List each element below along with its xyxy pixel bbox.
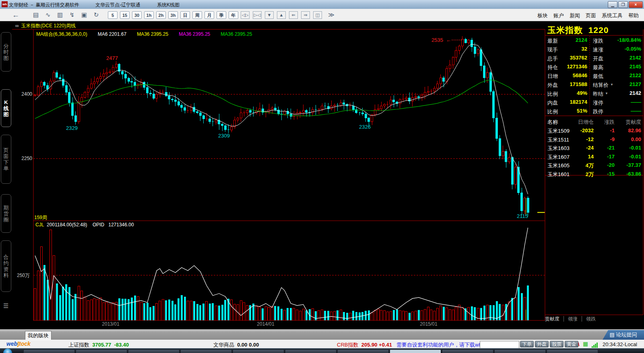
code-input[interactable] [480, 341, 519, 349]
period-button-周[interactable]: 周 [192, 11, 202, 19]
contrib-row-玉米1509[interactable]: 玉米1509-2032-182.96 [546, 127, 643, 135]
statusbar-button-外盘[interactable]: 外盘 [535, 341, 549, 347]
taskbar-button[interactable] [494, 349, 546, 353]
taskbar-button[interactable] [390, 349, 441, 353]
bar-chart-icon[interactable]: ▥ [56, 10, 64, 19]
list-icon[interactable]: ▤ [31, 10, 40, 19]
annotation-2326: 2326 [359, 124, 371, 130]
period-button-1h[interactable]: 1h [144, 11, 154, 19]
quote-row-外盘: 外盘171588结算价▼2127 [546, 80, 643, 89]
menu-板块[interactable]: 板块 [537, 12, 548, 19]
compress-horizontal-icon[interactable]: ▷◁ [253, 11, 262, 19]
cjl-value: 2001184.00(52:48) [47, 222, 87, 228]
contrib-row-玉米1605[interactable]: 玉米16054万-20-37.37 [546, 161, 643, 170]
panel-tab-贡献度[interactable]: 贡献度 [541, 316, 564, 322]
ma-legend-item: MA36 2395.25 [137, 31, 168, 37]
menu-账户[interactable]: 账户 [553, 12, 564, 19]
statusbar-button-股票[interactable]: 股票 [550, 341, 564, 347]
taskbar-button[interactable] [76, 349, 127, 353]
sidebar-tab-页面下单[interactable]: 页面下单 [1, 135, 11, 184]
wenhua-index-quote[interactable]: 文华商品 0.00 0.00 [213, 341, 259, 349]
windows-taskbar [0, 348, 644, 353]
annotation-arrow-dash [452, 40, 462, 40]
taskbar-button[interactable] [128, 349, 180, 353]
period-button-15[interactable]: 15 [120, 11, 130, 19]
sidebar-menu-icon[interactable]: ☰ [3, 302, 8, 310]
sidebar-tab-K线图[interactable]: K线图 [1, 89, 11, 127]
time-tick-2013/01: 2013/01 [98, 321, 124, 327]
quote-title: 玉米指数 1220 [547, 25, 609, 36]
taskbar-button[interactable] [442, 349, 493, 353]
app-logo-icon: wh [2, 1, 8, 7]
menu-系统工具[interactable]: 系统工具 [602, 12, 623, 19]
notice-link[interactable]: 需要自设套利功能的用户，请下载wh4 [396, 341, 485, 349]
sidebar-tab-合约资料[interactable]: 合约资料 [1, 240, 11, 292]
save-icon[interactable]: ▣ [80, 10, 89, 19]
period-button-日[interactable]: 日 [180, 11, 190, 19]
refresh-icon[interactable]: ↻ [92, 10, 101, 19]
period-button-3h[interactable]: 3h [168, 11, 178, 19]
view-name-label: 系统K线图 [157, 2, 180, 8]
connection-slash: \ [578, 341, 580, 347]
statusbar-button-下单[interactable]: 下单 [520, 341, 534, 347]
statusbar-button-黄金[interactable]: 黄金 [565, 341, 578, 347]
back-icon[interactable]: ← [11, 10, 20, 19]
panel-tab-领涨[interactable]: 领涨 [564, 316, 582, 322]
keyboard-icon[interactable]: ▦ [583, 341, 588, 347]
period-button-年[interactable]: 年 [229, 11, 238, 19]
page-up-icon[interactable]: ▲ [277, 11, 286, 19]
contrib-row-玉米1601[interactable]: 玉米16012万-15-63.86 [546, 170, 643, 179]
start-orb-icon[interactable] [3, 349, 12, 353]
taskbar-button[interactable] [233, 349, 284, 353]
contrib-header-row: 名称日增仓涨跌贡献度 [546, 118, 643, 126]
menu-帮助[interactable]: 帮助 [628, 12, 639, 19]
split-panel-icon[interactable]: ◫ [313, 11, 322, 19]
toolbar-overflow-icon[interactable]: ≫ [327, 10, 336, 19]
price-tick-2400: 2400 [14, 91, 32, 97]
close-button[interactable]: × [629, 1, 643, 8]
cjl-label: CJL [35, 222, 44, 228]
contrib-row-玉米1511[interactable]: 玉米1511-12-90.00 [546, 135, 643, 144]
page-down-icon[interactable]: ▼ [265, 11, 274, 19]
quote-row-内盘: 内盘182174涨停—— [546, 98, 643, 107]
opid-label: OPID [93, 222, 104, 228]
sse-index-quote[interactable]: 上证指数 3705.77 -83.40 [68, 341, 129, 349]
restore-button[interactable]: ❐ [618, 1, 628, 8]
quote-row-日增: 日增56846最低2122 [546, 72, 643, 80]
bottom-band [0, 329, 644, 340]
volume-legend: CJL 2001184.00(52:48) OPID 1271346.00 [35, 222, 134, 228]
contrib-row-玉米1607[interactable]: 玉米160714-17-0.01 [546, 153, 643, 161]
forum-ask-button[interactable]: ▤ 论坛提问 [603, 330, 644, 340]
period-button-季[interactable]: 季 [217, 11, 226, 19]
period-button-2h[interactable]: 2h [156, 11, 166, 19]
shift-right-icon[interactable]: ⇒ [301, 11, 310, 19]
minimize-button[interactable]: ▁ [608, 1, 617, 8]
ma-legend-item: MA36 2395.25 [179, 31, 210, 37]
line-chart-icon[interactable]: ∿ [43, 10, 52, 19]
quote-row-比例: 比例51%跌停—— [546, 107, 643, 116]
period-button-月[interactable]: 月 [204, 11, 214, 19]
taskbar-button[interactable] [23, 349, 75, 353]
quick-buttons: 下单外盘股票黄金 [520, 341, 580, 347]
quote-row-总手: 总手353762开盘2142 [546, 54, 643, 63]
taskbar-button[interactable] [180, 349, 232, 353]
contrib-row-玉米1603[interactable]: 玉米1603-24-21-0.01 [546, 144, 643, 152]
crb-index-quote[interactable]: CRB指数 205.90 +0.41 [337, 341, 392, 349]
bar-count-label: 159周 [34, 214, 47, 221]
period-button-30[interactable]: 30 [132, 11, 142, 19]
taskbar-button[interactable] [337, 349, 389, 353]
taskbar-button[interactable] [285, 349, 336, 353]
expand-horizontal-icon[interactable]: ◁▷ [241, 11, 250, 19]
sidebar-tab-期货圈[interactable]: 期货圈 [1, 194, 11, 233]
quote-row-比例: 比例49%昨结▼2142 [546, 89, 643, 98]
menu-新闻[interactable]: 新闻 [570, 12, 580, 19]
shift-left-icon[interactable]: ⇐ [289, 11, 298, 19]
period-button-5[interactable]: 5 [108, 11, 118, 19]
sidebar-tab-分时图[interactable]: 分时图 [1, 32, 11, 72]
chart-header: ∞玉米指数(DCE 1220)周线 [15, 23, 76, 29]
lightning-icon[interactable]: ↯ [68, 10, 76, 19]
taskbar-button[interactable] [547, 349, 598, 353]
menu-页面[interactable]: 页面 [586, 12, 596, 19]
panel-tab-领跌[interactable]: 领跌 [582, 316, 600, 322]
tab-my-board[interactable]: 我的版块 [25, 331, 52, 340]
